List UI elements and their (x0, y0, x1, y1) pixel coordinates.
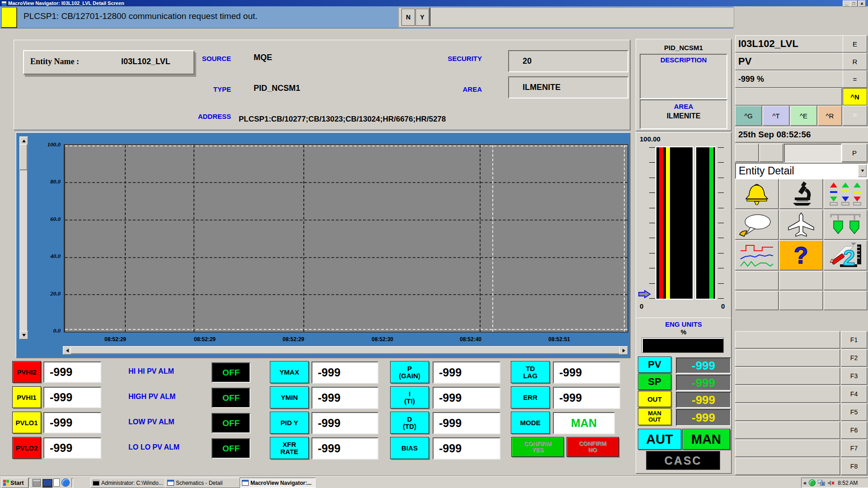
equals-button[interactable]: = (843, 70, 867, 88)
faceplate-entry-field[interactable] (735, 88, 842, 105)
out-button[interactable]: OUT (638, 391, 671, 407)
security-value-box[interactable]: 20 (508, 50, 628, 72)
confirm-no-button[interactable]: CONFIRM NO (566, 437, 619, 457)
equals2-button[interactable]: = (843, 106, 867, 126)
ctrl-g-button[interactable]: ^G (735, 106, 762, 126)
pvlo1-button[interactable]: PVLO1 (12, 412, 41, 433)
pidy-button[interactable]: PID Y (270, 412, 309, 434)
f7-button[interactable]: F7 (841, 440, 867, 457)
scroll-right-button[interactable] (619, 346, 628, 355)
fkey-slot[interactable] (735, 349, 840, 366)
microscope-button[interactable] (779, 179, 823, 209)
alarm-bell-button[interactable] (735, 179, 778, 209)
fkey-slot[interactable] (735, 440, 840, 457)
blank-key[interactable] (824, 291, 867, 310)
chart-hscrollbar[interactable] (63, 346, 627, 354)
alarm-yes-button[interactable]: Y (415, 9, 429, 26)
f3-button[interactable]: F3 (841, 367, 867, 385)
view-selector[interactable]: Entity Detail (735, 163, 868, 179)
help-button[interactable]: ? (779, 240, 823, 270)
minimize-button[interactable]: _ (843, 0, 850, 7)
tray-clock[interactable]: 8:52 AM (838, 480, 858, 486)
f5-button[interactable]: F5 (841, 404, 867, 421)
pvhi2-button[interactable]: PVHI2 (12, 361, 41, 383)
quick-launch-browser-icon[interactable] (61, 479, 70, 487)
group-tags-button[interactable] (824, 210, 867, 239)
f8-button[interactable]: F8 (841, 458, 867, 475)
airplane-button[interactable] (779, 210, 823, 239)
casc-button[interactable]: CASC (646, 451, 720, 470)
ymin-button[interactable]: YMIN (270, 386, 309, 408)
vscroll-thumb[interactable] (19, 144, 27, 170)
sp-button[interactable]: SP (638, 374, 671, 390)
blank-key[interactable] (779, 271, 823, 290)
confirm-yes-button[interactable]: CONFIRM YES (511, 437, 564, 457)
ctrl-r-button[interactable]: ^R (818, 106, 842, 126)
fkey-slot[interactable] (735, 404, 840, 421)
fkey-slot[interactable] (735, 458, 840, 475)
task-schematics-detail[interactable]: Schematics - Detail (165, 478, 241, 488)
pv-button[interactable]: PV (638, 357, 671, 373)
err-value[interactable]: -999 (553, 387, 620, 409)
ctrl-t-button[interactable]: ^T (763, 106, 789, 126)
pvhi1-value[interactable]: -999 (43, 387, 101, 408)
task-macroview-navigator[interactable]: MacroView Navigator:... (240, 478, 316, 488)
xfr-rate-value[interactable]: -999 (311, 437, 378, 460)
tray-collapse-chevron[interactable]: « (803, 479, 807, 486)
quick-launch-tool-icon[interactable] (33, 479, 41, 487)
comment-bubble-button[interactable] (735, 210, 778, 239)
pvlo2-value[interactable]: -999 (43, 437, 101, 459)
td-lag-value[interactable]: -999 (553, 361, 620, 384)
view-selector-dropdown[interactable] (858, 164, 867, 177)
alarm-indicator[interactable] (1, 7, 17, 28)
tray-network-icon[interactable] (818, 480, 825, 486)
trend-limits-button[interactable] (824, 179, 867, 209)
mode-button[interactable]: MODE (511, 412, 550, 434)
spare-button-1[interactable] (735, 144, 759, 162)
faceplate-param-field[interactable]: PV (735, 53, 844, 70)
pvlo1-value[interactable]: -999 (43, 412, 101, 433)
close-button[interactable]: × (858, 0, 866, 7)
man-button[interactable]: MAN (682, 429, 730, 450)
d-td-value[interactable]: -999 (433, 412, 500, 434)
ctrl-n-button[interactable]: ^N (843, 88, 867, 105)
entity-button[interactable]: E (843, 35, 867, 52)
p-gain-value[interactable]: -999 (433, 361, 500, 384)
man-out-button[interactable]: MAN OUT (638, 408, 671, 425)
task-administrator-cmd[interactable]: Administrator: C:\Windo... (90, 478, 166, 488)
start-button[interactable]: Start (1, 478, 28, 488)
bias-button[interactable]: BIAS (390, 437, 429, 459)
alarm-no-button[interactable]: N (401, 9, 415, 26)
pvhi2-value[interactable]: -999 (43, 361, 101, 383)
sp-pointer-icon[interactable] (638, 290, 651, 298)
mode-value[interactable]: MAN (553, 412, 615, 434)
area-value-box[interactable]: ILMENITE (508, 76, 628, 99)
i-ti-button[interactable]: I (TI) (390, 386, 429, 408)
page-button[interactable]: P (842, 144, 867, 162)
spare-button-2[interactable] (760, 144, 783, 162)
restore-button[interactable]: □ (850, 0, 858, 7)
trend-lines-button[interactable] (735, 240, 778, 270)
i-ti-value[interactable]: -999 (433, 387, 500, 409)
fkey-slot[interactable] (735, 331, 840, 348)
fkey-slot[interactable] (735, 422, 840, 439)
f2-button[interactable]: F2 (841, 349, 867, 366)
ctrl-e-button[interactable]: ^E (790, 106, 817, 126)
read-button[interactable]: R (843, 53, 867, 70)
f4-button[interactable]: F4 (841, 385, 867, 403)
bias-value[interactable]: -999 (433, 437, 500, 460)
tray-status-icon[interactable] (809, 479, 816, 486)
pvlo2-button[interactable]: PVLO2 (12, 437, 41, 459)
tray-volume-muted-icon[interactable] (827, 480, 835, 486)
ymax-button[interactable]: YMAX (270, 361, 309, 383)
ymin-value[interactable]: -999 (311, 387, 378, 409)
err-button[interactable]: ERR (511, 386, 550, 408)
scroll-down-button[interactable] (19, 331, 28, 339)
f1-button[interactable]: F1 (841, 331, 867, 348)
d-td-button[interactable]: D (TD) (390, 412, 429, 434)
detail-2-button[interactable]: 2 (824, 240, 867, 270)
fkey-slot[interactable] (735, 385, 840, 403)
td-lag-button[interactable]: TD LAG (511, 361, 550, 383)
pidy-value[interactable]: -999 (311, 412, 378, 434)
fkey-slot[interactable] (735, 367, 840, 385)
